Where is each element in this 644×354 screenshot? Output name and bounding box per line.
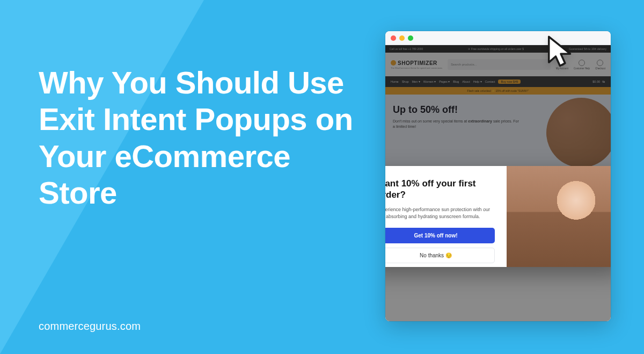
popup-content: Want 10% off your first order? Experienc… [385, 166, 507, 267]
site-credit: commercegurus.com [39, 320, 141, 333]
page-headline: Why You Should Use Exit Intent Popups on… [39, 64, 366, 212]
popup-cta-button[interactable]: Get 10% off now! [385, 228, 495, 243]
popup-title: Want 10% off your first order? [385, 178, 495, 201]
window-maximize-icon[interactable] [408, 35, 413, 41]
popup-decline-button[interactable]: No thanks 😔 [385, 248, 495, 263]
popup-image [507, 166, 611, 267]
window-close-icon[interactable] [391, 35, 396, 41]
cursor-icon [543, 33, 579, 71]
exit-intent-popup: ✕ Want 10% off your first order? Experie… [385, 166, 611, 267]
popup-body: Experience high-performance sun protecti… [385, 206, 495, 220]
site-content: Call us toll free +1 789 2000 ✈ Free wor… [385, 45, 611, 321]
browser-mockup: Call us toll free +1 789 2000 ✈ Free wor… [385, 31, 611, 321]
window-minimize-icon[interactable] [399, 35, 405, 41]
